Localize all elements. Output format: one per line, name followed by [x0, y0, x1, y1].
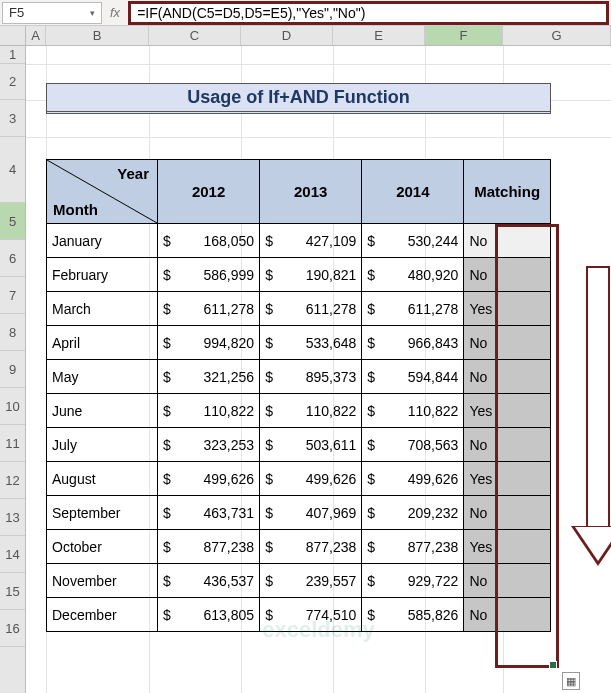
cell-2012[interactable]: $611,278	[158, 292, 260, 326]
cell-2014[interactable]: $877,238	[362, 530, 464, 564]
cell-2014[interactable]: $530,244	[362, 224, 464, 258]
row-header-3[interactable]: 3	[0, 100, 25, 137]
cell-2012[interactable]: $613,805	[158, 598, 260, 632]
row-header-7[interactable]: 7	[0, 277, 25, 314]
cell-2013[interactable]: $239,557	[260, 564, 362, 598]
col-header-A[interactable]: A	[26, 26, 46, 45]
cell-2013[interactable]: $407,969	[260, 496, 362, 530]
col-header-G[interactable]: G	[503, 26, 611, 45]
cell-2013[interactable]: $533,648	[260, 326, 362, 360]
cell-matching[interactable]: No	[464, 564, 551, 598]
cell-matching[interactable]: Yes	[464, 394, 551, 428]
cell-2013[interactable]: $190,821	[260, 258, 362, 292]
autofill-options-icon[interactable]: ▦	[562, 672, 580, 690]
row-header-5[interactable]: 5	[0, 203, 25, 240]
cell-2012[interactable]: $110,822	[158, 394, 260, 428]
col-header-B[interactable]: B	[46, 26, 149, 45]
cell-2014[interactable]: $594,844	[362, 360, 464, 394]
cell-2014[interactable]: $110,822	[362, 394, 464, 428]
cell-month[interactable]: January	[47, 224, 158, 258]
row-header-8[interactable]: 8	[0, 314, 25, 351]
data-table: Year Month 2012 2013 2014 Matching Janua…	[46, 159, 551, 632]
cell-2013[interactable]: $877,238	[260, 530, 362, 564]
formula-bar[interactable]: =IF(AND(C5=D5,D5=E5),"Yes","No")	[128, 1, 609, 25]
cell-month[interactable]: March	[47, 292, 158, 326]
cell-matching[interactable]: No	[464, 224, 551, 258]
row-header-16[interactable]: 16	[0, 610, 25, 647]
cell-month[interactable]: December	[47, 598, 158, 632]
cell-2012[interactable]: $323,253	[158, 428, 260, 462]
row-header-13[interactable]: 13	[0, 499, 25, 536]
row-header-1[interactable]: 1	[0, 46, 25, 64]
cell-2012[interactable]: $463,731	[158, 496, 260, 530]
cell-month[interactable]: June	[47, 394, 158, 428]
cell-2012[interactable]: $586,999	[158, 258, 260, 292]
cell-2013[interactable]: $427,109	[260, 224, 362, 258]
cell-2014[interactable]: $480,920	[362, 258, 464, 292]
cell-2013[interactable]: $895,373	[260, 360, 362, 394]
cell-2012[interactable]: $321,256	[158, 360, 260, 394]
cell-matching[interactable]: Yes	[464, 462, 551, 496]
cell-2012[interactable]: $436,537	[158, 564, 260, 598]
name-box[interactable]: F5 ▾	[2, 2, 102, 24]
cell-matching[interactable]: No	[464, 326, 551, 360]
cell-month[interactable]: July	[47, 428, 158, 462]
cell-month[interactable]: April	[47, 326, 158, 360]
cell-month[interactable]: November	[47, 564, 158, 598]
cell-month[interactable]: February	[47, 258, 158, 292]
cell-2012[interactable]: $499,626	[158, 462, 260, 496]
cell-2013[interactable]: $611,278	[260, 292, 362, 326]
header-month-year: Year Month	[47, 160, 158, 224]
cell-month[interactable]: August	[47, 462, 158, 496]
col-header-F[interactable]: F	[425, 26, 503, 45]
col-header-D[interactable]: D	[241, 26, 333, 45]
row-header-6[interactable]: 6	[0, 240, 25, 277]
table-row: November$436,537$239,557$929,722No	[47, 564, 551, 598]
cell-2014[interactable]: $209,232	[362, 496, 464, 530]
page-title: Usage of If+AND Function	[46, 83, 551, 114]
cell-2014[interactable]: $585,826	[362, 598, 464, 632]
cell-2012[interactable]: $994,820	[158, 326, 260, 360]
cell-2014[interactable]: $611,278	[362, 292, 464, 326]
cell-2013[interactable]: $499,626	[260, 462, 362, 496]
chevron-down-icon[interactable]: ▾	[90, 8, 95, 18]
header-2014: 2014	[362, 160, 464, 224]
cell-2012[interactable]: $168,050	[158, 224, 260, 258]
name-box-value: F5	[9, 5, 24, 20]
cell-2013[interactable]: $503,611	[260, 428, 362, 462]
cell-2013[interactable]: $110,822	[260, 394, 362, 428]
row-header-11[interactable]: 11	[0, 425, 25, 462]
cell-matching[interactable]: No	[464, 598, 551, 632]
fx-icon[interactable]: fx	[106, 5, 124, 20]
row-header-10[interactable]: 10	[0, 388, 25, 425]
row-header-15[interactable]: 15	[0, 573, 25, 610]
col-header-C[interactable]: C	[149, 26, 241, 45]
cell-matching[interactable]: Yes	[464, 292, 551, 326]
row-header-2[interactable]: 2	[0, 64, 25, 100]
cell-month[interactable]: October	[47, 530, 158, 564]
cell-matching[interactable]: No	[464, 258, 551, 292]
cell-2014[interactable]: $499,626	[362, 462, 464, 496]
cell-grid[interactable]: Usage of If+AND Function Year Month 2012…	[26, 46, 611, 693]
cell-matching[interactable]: No	[464, 428, 551, 462]
row-header-14[interactable]: 14	[0, 536, 25, 573]
table-row: December$613,805$774,510$585,826No	[47, 598, 551, 632]
worksheet-area: A B C D E F G 1 2 3 4 5 6 7 8 9 10 11 12…	[0, 26, 611, 693]
cell-matching[interactable]: Yes	[464, 530, 551, 564]
cell-2013[interactable]: $774,510	[260, 598, 362, 632]
cell-2014[interactable]: $966,843	[362, 326, 464, 360]
cell-matching[interactable]: No	[464, 360, 551, 394]
table-row: May$321,256$895,373$594,844No	[47, 360, 551, 394]
cell-2012[interactable]: $877,238	[158, 530, 260, 564]
row-header-9[interactable]: 9	[0, 351, 25, 388]
cell-matching[interactable]: No	[464, 496, 551, 530]
cell-2014[interactable]: $929,722	[362, 564, 464, 598]
header-2013: 2013	[260, 160, 362, 224]
row-header-4[interactable]: 4	[0, 137, 25, 203]
cell-month[interactable]: September	[47, 496, 158, 530]
row-header-12[interactable]: 12	[0, 462, 25, 499]
col-header-E[interactable]: E	[333, 26, 425, 45]
cell-month[interactable]: May	[47, 360, 158, 394]
cell-2014[interactable]: $708,563	[362, 428, 464, 462]
fill-handle[interactable]	[550, 662, 556, 668]
